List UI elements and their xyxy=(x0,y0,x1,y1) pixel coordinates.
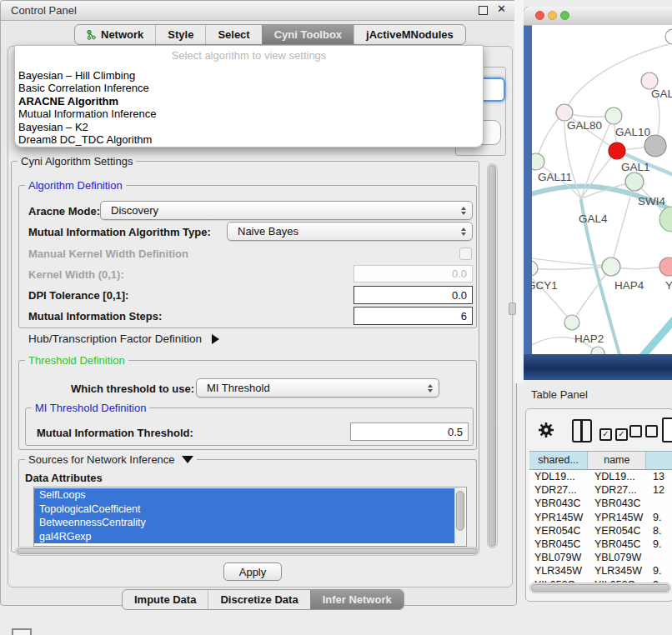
dpi-tolerance-input[interactable]: 0.0 xyxy=(354,286,473,304)
settings-hscrollbar-thumb[interactable] xyxy=(17,548,478,554)
mi-steps-input[interactable]: 6 xyxy=(354,307,473,325)
network-node-label: SWI4 xyxy=(638,195,665,208)
node-table: shared... name YDL19...YDL19...13 YDR27.… xyxy=(529,451,672,592)
network-node[interactable] xyxy=(532,261,538,276)
stepper-arrows-icon xyxy=(461,202,466,219)
settings-vscrollbar[interactable] xyxy=(487,163,498,548)
dropdown-item[interactable]: Bayesian – Hill Climbing xyxy=(15,69,483,82)
list-item[interactable]: gal4RGexp xyxy=(34,530,455,544)
network-node[interactable] xyxy=(665,29,672,44)
table-row[interactable]: YBR045CYBR045C9. xyxy=(529,538,672,551)
table-panel-title: Table Panel xyxy=(531,388,588,401)
tab-cyni-toolbox[interactable]: Cyni Toolbox xyxy=(262,25,354,44)
collapse-down-icon[interactable] xyxy=(182,456,193,463)
manual-kernel-checkbox[interactable] xyxy=(459,248,472,260)
dropdown-item[interactable]: Basic Correlation Inference xyxy=(15,82,483,94)
dropdown-item[interactable]: Dream8 DC_TDC Algorithm xyxy=(15,133,483,146)
mi-algorithm-type-select[interactable]: Naive Bayes xyxy=(227,222,473,241)
hide-columns-icon[interactable] xyxy=(629,425,661,441)
network-edge[interactable] xyxy=(532,267,611,269)
algorithm-definition-title: Algorithm Definition xyxy=(25,179,126,192)
table-row[interactable]: YDL19...YDL19...13 xyxy=(529,470,672,483)
stepper-arrows-icon xyxy=(428,379,433,397)
network-node[interactable] xyxy=(641,72,658,89)
network-canvas-container[interactable]: GALGAL80GAL10GAL1GAL11SWI4GAL4GCY1HAP4YH… xyxy=(532,25,672,354)
network-node[interactable] xyxy=(602,258,620,276)
list-scrollbar[interactable] xyxy=(454,488,465,545)
network-node-label: Y xyxy=(665,279,672,292)
zoom-traffic-light[interactable] xyxy=(560,11,569,20)
network-view-window: GALGAL80GAL10GAL1GAL11SWI4GAL4GCY1HAP4YH… xyxy=(524,7,672,380)
bottom-tabbar: Impute Data Discretize Data Infer Networ… xyxy=(122,589,404,610)
minimize-traffic-light[interactable] xyxy=(548,11,557,20)
settings-hscrollbar[interactable] xyxy=(15,547,479,556)
list-scrollbar-thumb[interactable] xyxy=(456,491,464,531)
network-window-titlebar[interactable] xyxy=(524,7,672,26)
table-panel: ✓✓ shared... name YDL19...YDL19...13 YDR… xyxy=(525,408,672,602)
list-item[interactable]: TopologicalCoefficient xyxy=(34,502,455,517)
table-row[interactable]: YER054CYER054C8. xyxy=(529,524,672,538)
tab-jactivemnodules[interactable]: jActiveMNodules xyxy=(354,25,465,44)
network-node[interactable] xyxy=(556,104,573,121)
mi-algorithm-type-label: Mutual Information Algorithm Type: xyxy=(28,226,211,238)
float-icon[interactable] xyxy=(479,6,488,15)
table-hscrollbar-thumb[interactable] xyxy=(531,584,669,592)
aracne-mode-select[interactable]: Discovery xyxy=(100,201,473,220)
aracne-mode-label: Aracne Mode: xyxy=(28,205,100,218)
tab-style[interactable]: Style xyxy=(155,25,205,44)
list-item[interactable]: BetweennessCentrality xyxy=(34,516,455,530)
columns-icon[interactable] xyxy=(572,419,592,442)
network-node[interactable] xyxy=(605,108,622,124)
panel-divider[interactable] xyxy=(514,0,524,383)
apply-button[interactable]: Apply xyxy=(223,562,282,581)
hub-section-toggle[interactable]: Hub/Transcription Factor Definition xyxy=(28,332,219,345)
tab-select[interactable]: Select xyxy=(205,25,261,44)
table-row[interactable]: YBR043CYBR043C xyxy=(529,497,672,510)
network-node[interactable] xyxy=(609,142,625,159)
column-header-shared-name[interactable]: shared... xyxy=(529,452,588,469)
tab-network[interactable]: Network xyxy=(75,25,155,44)
table-row[interactable]: YDR27...YDR27...12 xyxy=(529,483,672,497)
divider-grip-icon[interactable] xyxy=(509,302,516,315)
table-row[interactable]: YPR145WYPR145W9. xyxy=(529,511,672,524)
network-node-label: GAL xyxy=(651,88,672,100)
partial-icon-box xyxy=(12,628,32,635)
tab-discretize-data[interactable]: Discretize Data xyxy=(208,590,309,609)
tab-impute-data[interactable]: Impute Data xyxy=(123,590,208,609)
network-edge[interactable] xyxy=(639,320,672,354)
table-hscrollbar[interactable] xyxy=(529,582,671,593)
table-row[interactable]: YBL079WYBL079W xyxy=(529,551,672,564)
kernel-width-input[interactable]: 0.0 xyxy=(354,265,473,282)
column-header-name[interactable]: name xyxy=(588,452,646,469)
data-attributes-list[interactable]: SelfLoops TopologicalCoefficient Between… xyxy=(33,487,467,547)
dropdown-item[interactable]: Mutual Information Inference xyxy=(15,108,483,120)
dropdown-item[interactable]: Bayesian – K2 xyxy=(15,121,483,133)
table-toolbar: ✓✓ xyxy=(526,409,672,449)
network-edge[interactable] xyxy=(572,267,611,322)
gear-icon[interactable] xyxy=(537,421,555,439)
close-icon[interactable]: ✕ xyxy=(497,2,506,15)
show-columns-icon[interactable]: ✓✓ xyxy=(599,425,631,441)
table-body: YDL19...YDL19...13 YDR27...YDR27...12 YB… xyxy=(529,470,672,592)
aracne-mode-value: Discovery xyxy=(111,204,158,217)
dropdown-item-selected[interactable]: ARACNE Algorithm xyxy=(15,95,483,108)
network-node[interactable] xyxy=(532,153,544,170)
network-node[interactable] xyxy=(591,347,604,354)
list-item[interactable]: SelfLoops xyxy=(34,488,455,502)
network-edge[interactable] xyxy=(611,182,634,267)
which-threshold-label: Which threshold to use: xyxy=(71,382,194,395)
network-node[interactable] xyxy=(564,315,579,330)
network-edge[interactable] xyxy=(532,257,611,267)
mi-threshold-input[interactable]: 0.5 xyxy=(350,422,469,441)
network-node[interactable] xyxy=(625,172,644,191)
tab-infer-network[interactable]: Infer Network xyxy=(310,590,404,609)
network-canvas[interactable]: GALGAL80GAL10GAL1GAL11SWI4GAL4GCY1HAP4YH… xyxy=(532,25,672,354)
network-node-label: GAL11 xyxy=(538,171,572,183)
which-threshold-select[interactable]: MI Threshold xyxy=(196,378,439,398)
new-table-icon[interactable] xyxy=(662,418,672,442)
column-header-partial[interactable] xyxy=(646,452,672,469)
close-traffic-light[interactable] xyxy=(535,11,544,20)
network-node[interactable] xyxy=(659,258,672,276)
settings-vscrollbar-thumb[interactable] xyxy=(489,165,496,547)
table-row[interactable]: YLR345WYLR345W9. xyxy=(529,564,672,578)
